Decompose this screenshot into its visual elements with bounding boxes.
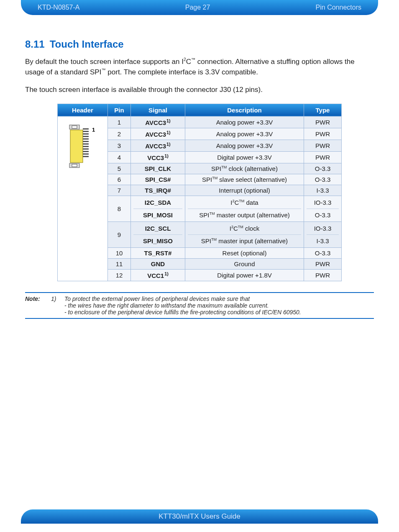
description-cell: Analog power +3.3V — [185, 116, 304, 128]
description-cell: Interrupt (optional) — [185, 185, 304, 196]
pin-cell: 10 — [108, 247, 131, 258]
description-cell: Analog power +3.3V — [185, 140, 304, 151]
footer-title: KTT30/mITX Users Guide — [159, 512, 240, 521]
th-type: Type — [304, 104, 342, 116]
pin-cell: 2 — [108, 128, 131, 140]
intro-paragraph-2: The touch screen interface is available … — [25, 85, 374, 95]
description-cell: SPITM clock (alternative) — [185, 163, 304, 174]
svg-rect-2 — [70, 130, 83, 163]
svg-rect-5 — [83, 133, 89, 135]
section-heading: 8.11Touch Interface — [25, 38, 374, 50]
type-cell: PWR — [304, 258, 342, 269]
header-diagram-cell: 1 — [58, 116, 108, 281]
description-cell: I2CTM clockSPITM master input (alternati… — [185, 221, 304, 247]
description-cell: I2CTM dataSPITM master output (alternati… — [185, 196, 304, 221]
svg-rect-11 — [83, 148, 89, 150]
type-cell: PWR — [304, 151, 342, 163]
signal-cell: I2C_SCLSPI_MISO — [131, 221, 185, 247]
page-footer-bar: KTT30/mITX Users Guide — [21, 509, 378, 524]
th-header: Header — [58, 104, 108, 116]
intro-paragraph-1: By default the touch screen interface su… — [25, 57, 374, 77]
type-cell: PWR — [304, 116, 342, 128]
description-cell: Digital power +1.8V — [185, 269, 304, 281]
svg-rect-1 — [72, 126, 77, 128]
note-text: To protect the external power lines of p… — [64, 295, 374, 316]
type-cell: IO-3.3I-3.3 — [304, 221, 342, 247]
note-number: 1) — [51, 295, 59, 316]
svg-rect-12 — [83, 151, 89, 152]
description-cell: Analog power +3.3V — [185, 128, 304, 140]
pin-cell: 4 — [108, 151, 131, 163]
type-cell: I-3.3 — [304, 185, 342, 196]
pin-cell: 1 — [108, 116, 131, 128]
signal-cell: AVCC31) — [131, 116, 185, 128]
signal-cell: TS_IRQ# — [131, 185, 185, 196]
pin-table: Header Pin Signal Description Type 11AVC… — [57, 104, 342, 281]
th-description: Description — [185, 104, 304, 116]
pin-cell: 8 — [108, 196, 131, 221]
pin-table-wrapper: Header Pin Signal Description Type 11AVC… — [57, 104, 342, 281]
description-cell: Digital power +3.3V — [185, 151, 304, 163]
svg-text:1: 1 — [92, 127, 95, 133]
page-header-bar: KTD-N0857-A Page 27 Pin Connectors — [21, 0, 378, 15]
pin-cell: 12 — [108, 269, 131, 281]
heading-number: 8.11 — [25, 38, 45, 50]
table-header-row: Header Pin Signal Description Type — [58, 104, 342, 116]
th-signal: Signal — [131, 104, 185, 116]
svg-rect-6 — [83, 136, 89, 137]
type-cell: PWR — [304, 128, 342, 140]
heading-title: Touch Interface — [50, 38, 124, 50]
svg-rect-10 — [83, 146, 89, 147]
pin-cell: 9 — [108, 221, 131, 247]
type-cell: IO-3.3O-3.3 — [304, 196, 342, 221]
th-pin: Pin — [108, 104, 131, 116]
type-cell: PWR — [304, 140, 342, 151]
pin-cell: 11 — [108, 258, 131, 269]
pin-cell: 7 — [108, 185, 131, 196]
signal-cell: I2C_SDASPI_MOSI — [131, 196, 185, 221]
svg-rect-9 — [83, 143, 89, 145]
signal-cell: AVCC31) — [131, 128, 185, 140]
svg-rect-4 — [83, 131, 89, 132]
pin-cell: 6 — [108, 174, 131, 185]
svg-rect-13 — [83, 153, 89, 155]
type-cell: PWR — [304, 269, 342, 281]
description-cell: Ground — [185, 258, 304, 269]
section-title: Pin Connectors — [316, 4, 361, 11]
signal-cell: AVCC31) — [131, 140, 185, 151]
note-box: Note: 1) To protect the external power l… — [25, 292, 374, 319]
type-cell: O-3.3 — [304, 174, 342, 185]
signal-cell: TS_RST# — [131, 247, 185, 258]
description-cell: SPITM slave select (alternative) — [185, 174, 304, 185]
signal-cell: SPI_CS# — [131, 174, 185, 185]
signal-cell: VCC11) — [131, 269, 185, 281]
page-number: Page 27 — [185, 4, 210, 11]
note-label: Note: — [25, 295, 45, 316]
signal-cell: SPI_CLK — [131, 163, 185, 174]
description-cell: Reset (optional) — [185, 247, 304, 258]
type-cell: O-3.3 — [304, 163, 342, 174]
signal-cell: VCC31) — [131, 151, 185, 163]
svg-rect-16 — [72, 164, 77, 167]
doc-id: KTD-N0857-A — [38, 4, 79, 11]
pin-cell: 3 — [108, 140, 131, 151]
signal-cell: GND — [131, 258, 185, 269]
pin-cell: 5 — [108, 163, 131, 174]
table-row: 11AVCC31)Analog power +3.3VPWR — [58, 116, 342, 128]
svg-rect-14 — [83, 156, 89, 157]
type-cell: O-3.3 — [304, 247, 342, 258]
svg-rect-3 — [83, 128, 89, 130]
svg-rect-8 — [83, 141, 89, 142]
svg-rect-7 — [83, 138, 89, 140]
connector-icon: 1 — [66, 123, 100, 169]
